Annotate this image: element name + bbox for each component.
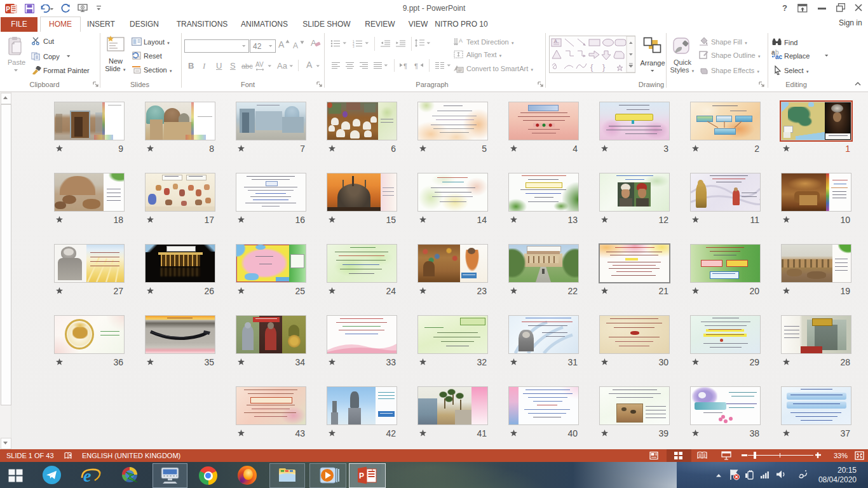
svg-text:e: e	[83, 466, 91, 485]
svg-text:¶: ¶	[403, 62, 407, 70]
svg-text:A: A	[554, 39, 557, 43]
svg-text:¶: ¶	[414, 62, 418, 70]
svg-text:A: A	[459, 37, 463, 44]
svg-text:{: {	[590, 62, 593, 72]
svg-text:3: 3	[353, 45, 355, 48]
svg-text:P: P	[359, 471, 364, 480]
svg-text:P: P	[6, 6, 10, 13]
svg-text:}: }	[602, 62, 606, 72]
